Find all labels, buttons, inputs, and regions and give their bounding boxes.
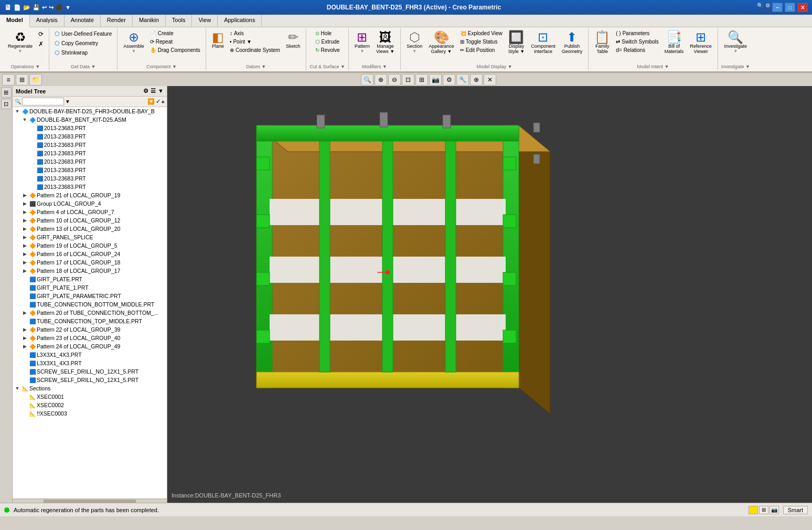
minimize-button[interactable]: – [772, 3, 783, 12]
tree-item-prt-8[interactable]: 🟦 2013-23683.PRT [13, 183, 167, 191]
bill-of-materials-button[interactable]: 📑 Bill of Materials [662, 29, 687, 56]
tree-filter-icon[interactable]: 🔽 [147, 98, 155, 105]
tree-item-root[interactable]: ▼ 🔷 DOUBLE-BAY-BENT-D25_FHR3<DOUBLE-BAY_… [13, 107, 167, 115]
regen-sub2[interactable]: ✗ [36, 39, 46, 49]
tree-item-girt-panel[interactable]: ▶ 🔶 GIRT_PANEL_SPLICE [13, 233, 167, 241]
tree-item-pat16[interactable]: ▶ 🔶 Pattern 16 of LOCAL_GROUP_24 [13, 250, 167, 258]
tree-item-pat18[interactable]: ▶ 🔶 Pattern 18 of LOCAL_GROUP_17 [13, 267, 167, 275]
create-button[interactable]: 📄 Create [148, 29, 202, 37]
assemble-button[interactable]: ⊕ Assemble ▼ [121, 29, 147, 55]
tree-item-pat17[interactable]: ▶ 🔶 Pattern 17 of LOCAL_GROUP_18 [13, 258, 167, 267]
tree-item-grp4[interactable]: ▶ ⬛ Group LOCAL_GROUP_4 [13, 199, 167, 208]
zoom-in-btn[interactable]: 🔍 [361, 74, 373, 86]
exp-sections[interactable]: ▼ [14, 385, 21, 392]
tree-item-xsec2[interactable]: 📐 XSEC0002 [13, 401, 167, 409]
tree-filter-btn[interactable]: ▼ [65, 99, 70, 104]
left-tool-3[interactable]: 📁 [29, 74, 42, 86]
revolve-button[interactable]: ↻ Revolve [313, 46, 342, 54]
zoom-out-btn[interactable]: ⊖ [388, 74, 401, 86]
tree-config-icon[interactable]: ⚙ [143, 88, 148, 94]
viewport[interactable]: Instance:DOUBLE-BAY_BENT-D25_FHR3 [167, 86, 812, 503]
status-icon-2[interactable]: ⊞ [759, 506, 768, 514]
pattern-button[interactable]: ⊞ Pattern ▼ [352, 29, 372, 55]
tree-item-pat4[interactable]: ▶ 🔶 Pattern 4 of LOCAL_GROUP_7 [13, 208, 167, 216]
view-tool-btn[interactable]: 🔧 [456, 74, 469, 86]
side-btn-2[interactable]: ⊡ [1, 99, 12, 109]
tree-item-prt-1[interactable]: 🟦 2013-23683.PRT [13, 124, 167, 132]
shrinkwrap-button[interactable]: ⬡ Shrinkwrap [52, 48, 114, 57]
tree-add-icon[interactable]: + [162, 99, 165, 105]
point-button[interactable]: • Point ▼ [228, 38, 282, 46]
regen-sub1[interactable]: ⟳ [36, 29, 46, 39]
regenerate-button[interactable]: ♻ Regenerate ▼ [5, 29, 35, 55]
switch-symbols-button[interactable]: ⇄ Switch Symbols [614, 38, 661, 46]
redo-btn[interactable]: ↪ [49, 4, 54, 11]
left-tool-2[interactable]: ⊞ [16, 74, 28, 86]
expand-icon-sub-asm[interactable]: ▼ [21, 116, 28, 123]
parameters-button[interactable]: ( ) Parameters [614, 29, 661, 37]
save-btn[interactable]: 💾 [33, 4, 40, 11]
tree-item-pat10[interactable]: ▶ 🔶 Pattern 10 of LOCAL_GROUP_12 [13, 216, 167, 225]
publish-geometry-button[interactable]: ⬆ Publish Geometry [559, 29, 585, 56]
display-style-button[interactable]: 🔲 Display Style ▼ [506, 29, 527, 56]
axis-button[interactable]: ↕ Axis [228, 29, 282, 37]
sketch-button[interactable]: ✏ Sketch [283, 29, 303, 50]
status-icon-1[interactable] [749, 506, 758, 514]
tab-applications[interactable]: Applications [218, 15, 262, 27]
tree-item-sub-asm[interactable]: ▼ 🔷 DOUBLE-BAY_BENT_KIT-D25.ASM [13, 115, 167, 124]
zoom-in-2-btn[interactable]: ⊕ [375, 74, 387, 86]
settings-icon[interactable]: ⚙ [765, 3, 770, 12]
left-tool-1[interactable]: ≡ [2, 74, 15, 86]
repeat-button[interactable]: ⟳ Repeat [148, 38, 202, 46]
tree-check-icon[interactable]: ✓ [156, 98, 161, 105]
open-btn[interactable]: 📂 [23, 4, 30, 11]
view-settings-btn[interactable]: ⚙ [443, 74, 455, 86]
reference-viewer-button[interactable]: ⊞ Reference Viewer [687, 29, 714, 56]
tree-search-input[interactable] [22, 98, 64, 105]
fit-all-btn[interactable]: ⊡ [402, 74, 414, 86]
tree-item-pat24[interactable]: ▶ 🔶 Pattern 24 of LOCAL_GROUP_49 [13, 342, 167, 351]
tree-item-pat19[interactable]: ▶ 🔶 Pattern 19 of LOCAL_GROUP_5 [13, 241, 167, 250]
undo-btn[interactable]: ↩ [42, 4, 47, 11]
tab-annotate[interactable]: Annotate [65, 15, 101, 27]
tree-item-girt-plate[interactable]: 🟦 GIRT_PLATE.PRT [13, 275, 167, 283]
family-table-button[interactable]: 📋 Family Table [592, 29, 613, 56]
maximize-button[interactable]: □ [785, 3, 795, 12]
tab-view[interactable]: View [192, 15, 218, 27]
hole-button[interactable]: ⊙ Hole [313, 29, 342, 37]
tree-item-pat13[interactable]: ▶ 🔶 Pattern 13 of LOCAL_GROUP_20 [13, 225, 167, 233]
exp-grp4[interactable]: ▶ [21, 200, 28, 207]
exp-pat21[interactable]: ▶ [21, 192, 28, 199]
new-btn[interactable]: 📄 [14, 4, 21, 11]
tree-item-l3x3x1-1[interactable]: 🟦 L3X3X1_4X3.PRT [13, 351, 167, 359]
tree-item-sections[interactable]: ▼ 📐 Sections [13, 384, 167, 393]
tree-item-tube-conn-top[interactable]: 🟦 TUBE_CONNECTION_TOP_MIDDLE.PRT [13, 317, 167, 325]
tree-item-screw-1[interactable]: 🟦 SCREW_SELF_DRILL_NO_12X1_5.PRT [13, 367, 167, 376]
tree-item-pat21[interactable]: ▶ 🔶 Pattern 21 of LOCAL_GROUP_19 [13, 191, 167, 199]
tree-expand-icon[interactable]: ▼ [158, 88, 164, 94]
options-btn[interactable]: ▼ [65, 4, 71, 10]
extrude-button[interactable]: ⬡ Extrude [313, 38, 342, 46]
camera-btn[interactable]: 📷 [429, 74, 442, 86]
coordinate-system-button[interactable]: ⊕ Coordinate System [228, 46, 282, 54]
close-button[interactable]: ✕ [797, 3, 808, 12]
view-select-btn[interactable]: ⊞ [415, 74, 428, 86]
tab-analysis[interactable]: Analysis [30, 15, 65, 27]
tree-item-screw-2[interactable]: 🟦 SCREW_SELF_DRILL_NO_12X1_5.PRT [13, 376, 167, 384]
tree-item-girt-plate-1[interactable]: 🟦 GIRT_PLATE_1.PRT [13, 283, 167, 292]
user-defined-feature-button[interactable]: ⬡ User-Defined Feature [52, 29, 114, 38]
tree-item-girt-plate-param[interactable]: 🟦 GIRT_PLATE_PARAMETRIC.PRT [13, 292, 167, 300]
tab-manikin[interactable]: Manikin [133, 15, 166, 27]
tab-tools[interactable]: Tools [166, 15, 193, 27]
status-icon-3[interactable]: 📷 [770, 506, 779, 514]
origin-btn[interactable]: ⊕ [470, 74, 483, 86]
tree-item-prt-7[interactable]: 🟦 2013-23683.PRT [13, 174, 167, 183]
appearance-gallery-button[interactable]: 🎨 Appearance Gallery ▼ [426, 29, 457, 56]
tree-item-l3x3x1-2[interactable]: 🟦 L3X3X1_4X3.PRT [13, 359, 167, 367]
tree-item-prt-2[interactable]: 🟦 2013-23683.PRT [13, 132, 167, 141]
component-interface-button[interactable]: ⊡ Component Interface [528, 29, 558, 56]
tree-item-xsec3[interactable]: 📐 !!XSEC0003 [13, 409, 167, 418]
toggle-status-button[interactable]: ⊞ Toggle Status [458, 38, 505, 46]
tree-item-tube-conn-bottom[interactable]: 🟦 TUBE_CONNECTION_BOTTOM_MIDDLE.PRT [13, 300, 167, 309]
tree-item-prt-6[interactable]: 🟦 2013-23683.PRT [13, 166, 167, 174]
